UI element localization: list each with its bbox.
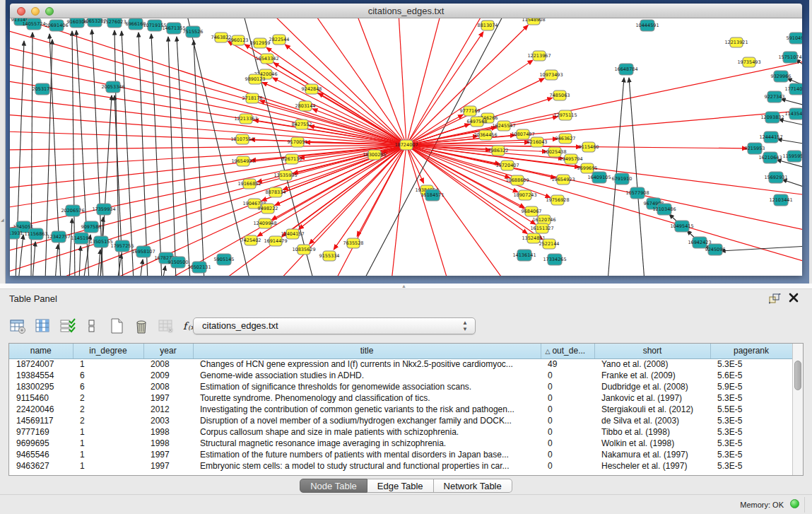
- teal-node[interactable]: 12093832: [760, 112, 784, 123]
- table-cell[interactable]: 2003: [143, 415, 193, 426]
- teal-node[interactable]: 17334265: [543, 254, 566, 265]
- table-cell[interactable]: 1998: [143, 438, 193, 449]
- yellow-node[interactable]: 19166852: [237, 179, 261, 189]
- table-cell[interactable]: 0: [541, 415, 594, 426]
- teal-node[interactable]: 9150500: [168, 257, 189, 268]
- yellow-node[interactable]: 19735493: [737, 57, 760, 67]
- yellow-node[interactable]: 7986322: [488, 146, 509, 156]
- edge[interactable]: [10, 30, 406, 145]
- table-cell[interactable]: 2: [73, 392, 143, 404]
- edge[interactable]: [273, 63, 406, 145]
- teal-node[interactable]: 10444591: [635, 20, 659, 31]
- table-cell[interactable]: 5.3E-5: [710, 426, 792, 438]
- teal-node[interactable]: 16648784: [614, 64, 637, 75]
- table-row[interactable]: 946362711997Embryonic stem cells: a mode…: [9, 460, 792, 472]
- yellow-node[interactable]: 19495794: [559, 154, 582, 164]
- table-cell[interactable]: Estimation of significance thresholds fo…: [193, 381, 541, 392]
- yellow-node[interactable]: 2822544: [269, 35, 290, 45]
- table-cell[interactable]: 1: [73, 460, 143, 472]
- edge[interactable]: [260, 100, 406, 145]
- teal-node[interactable]: 6791910: [612, 173, 632, 185]
- edge[interactable]: [781, 99, 802, 106]
- teal-node[interactable]: 16210643: [758, 152, 782, 163]
- teal-node[interactable]: 15276023: [102, 18, 126, 28]
- table-cell[interactable]: 1: [73, 449, 143, 460]
- yellow-node[interactable]: 16914479: [264, 236, 287, 246]
- table-cell[interactable]: 2008: [143, 381, 193, 392]
- column-header-in_degree[interactable]: in_degree: [73, 344, 143, 358]
- yellow-node[interactable]: 9170051: [288, 137, 308, 147]
- table-cell[interactable]: Estimation of the future numbers of pati…: [193, 449, 541, 460]
- yellow-node[interactable]: 10688609: [505, 175, 529, 185]
- teal-node[interactable]: 11595951: [782, 151, 802, 162]
- table-cell[interactable]: 1997: [143, 392, 193, 404]
- edge[interactable]: [273, 78, 406, 145]
- yellow-node[interactable]: 7485063: [550, 90, 570, 100]
- column-header-name[interactable]: name: [9, 344, 73, 358]
- edge[interactable]: [406, 18, 441, 145]
- table-cell[interactable]: Investigating the contribution of common…: [193, 404, 541, 415]
- table-cell[interactable]: 5.9E-5: [710, 381, 792, 392]
- edge[interactable]: [18, 235, 23, 276]
- table-cell[interactable]: 0: [541, 404, 594, 415]
- citation-network-graph[interactable]: 1872400718300295746382299601238912959282…: [10, 18, 802, 276]
- table-cell[interactable]: 19384554: [9, 370, 73, 381]
- table-cell[interactable]: 2009: [143, 370, 193, 381]
- edge[interactable]: [122, 31, 134, 276]
- table-cell[interactable]: Jankovic et al. (1997): [594, 392, 710, 404]
- teal-node[interactable]: 12103441: [769, 194, 792, 206]
- table-cell[interactable]: 18300295: [9, 381, 73, 392]
- yellow-node[interactable]: 11548908: [522, 18, 545, 25]
- table-row[interactable]: 1938455462009Genome-wide association stu…: [9, 370, 792, 381]
- table-cell[interactable]: 9465546: [9, 449, 73, 460]
- yellow-node[interactable]: 8912959: [250, 38, 271, 48]
- divider-handle-icon[interactable]: ▲: [401, 284, 407, 288]
- table-cell[interactable]: Franke et al. (2009): [594, 370, 710, 381]
- yellow-node[interactable]: 12213967: [527, 51, 551, 61]
- close-icon[interactable]: [788, 292, 799, 303]
- table-cell[interactable]: 2012: [143, 404, 193, 415]
- yellow-node[interactable]: 12975115: [553, 110, 577, 120]
- teal-node[interactable]: 9245096: [705, 244, 726, 255]
- yellow-node[interactable]: 6216043: [527, 137, 548, 147]
- edge[interactable]: [10, 18, 406, 145]
- table-row[interactable]: 1830029562008Estimation of significance …: [9, 381, 792, 392]
- table-row[interactable]: 2242004622012Investigating the contribut…: [9, 404, 792, 415]
- table-cell[interactable]: Yano et al. (2008): [594, 358, 710, 370]
- table-settings-icon[interactable]: [8, 317, 27, 335]
- table-cell[interactable]: 49: [541, 358, 594, 370]
- table-cell[interactable]: 1998: [143, 426, 193, 438]
- row-height-icon[interactable]: [83, 317, 101, 335]
- table-row[interactable]: 1456911722003Disruption of a novel membe…: [9, 415, 792, 426]
- table-cell[interactable]: Wolkin et al. (1998): [594, 438, 710, 449]
- yellow-node[interactable]: 10025438: [543, 147, 566, 157]
- edge[interactable]: [10, 145, 406, 168]
- table-cell[interactable]: 2: [73, 415, 143, 426]
- edge[interactable]: [782, 180, 802, 188]
- teal-node[interactable]: 12444157: [759, 132, 782, 143]
- edge[interactable]: [266, 47, 406, 145]
- table-cell[interactable]: 0: [541, 370, 594, 381]
- table-cell[interactable]: Hescheler et al. (1997): [594, 460, 710, 472]
- table-cell[interactable]: Tourette syndrome. Phenomenology and cla…: [193, 392, 541, 404]
- edge[interactable]: [168, 37, 176, 276]
- column-header-short[interactable]: short: [594, 344, 710, 358]
- table-row[interactable]: 1872400712008Changes of HCN gene express…: [9, 358, 792, 370]
- memory-ok-indicator[interactable]: [790, 499, 799, 508]
- teal-node[interactable]: 8215953: [745, 143, 765, 154]
- edge[interactable]: [392, 145, 406, 276]
- teal-node[interactable]: 7515526: [183, 26, 204, 37]
- table-cell[interactable]: 22420046: [9, 404, 73, 415]
- network-view-window[interactable]: citations_edges.txt 18724007183002957463…: [10, 4, 802, 276]
- right-panel-edge[interactable]: [809, 0, 812, 284]
- yellow-node[interactable]: 12213921: [724, 37, 748, 47]
- table-cell[interactable]: 0: [541, 381, 594, 392]
- edge[interactable]: [10, 145, 406, 208]
- column-header-year[interactable]: year: [143, 344, 193, 358]
- table-cell[interactable]: 5.6E-5: [710, 370, 792, 381]
- table-cell[interactable]: 5.3E-5: [710, 449, 792, 460]
- table-cell[interactable]: 9463627: [9, 460, 73, 472]
- edge[interactable]: [318, 93, 406, 145]
- column-chooser-icon[interactable]: [33, 317, 52, 335]
- edge[interactable]: [721, 246, 802, 251]
